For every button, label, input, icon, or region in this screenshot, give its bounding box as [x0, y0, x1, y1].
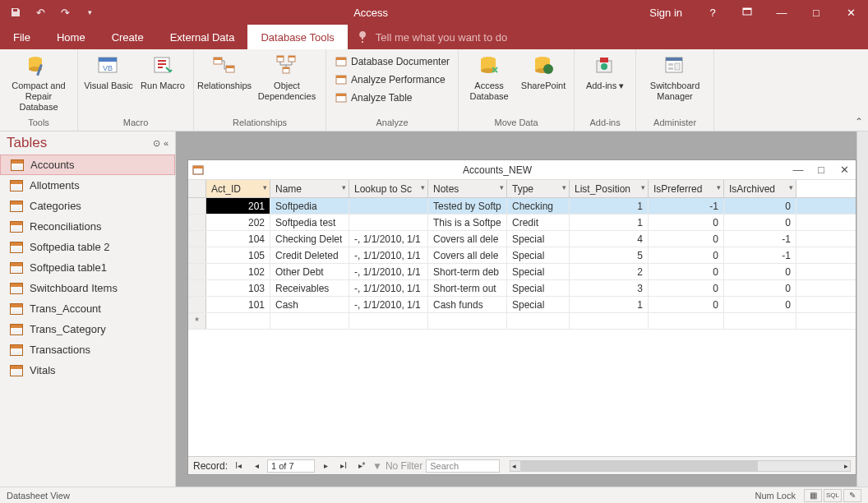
horizontal-scrollbar[interactable]: ◂▸	[510, 460, 851, 472]
db-documenter-button[interactable]: Database Documenter	[331, 53, 453, 71]
column-header[interactable]: Notes▾	[428, 180, 507, 197]
nav-item-softpedia-table1[interactable]: Softpedia table1	[0, 257, 175, 278]
cell[interactable]: -, 1/1/2010, 1/1	[349, 280, 428, 296]
nav-last-icon[interactable]: ▸I	[336, 459, 351, 473]
design-view-icon[interactable]: ✎	[843, 489, 861, 502]
column-dropdown-icon[interactable]: ▾	[342, 183, 346, 192]
addins-button[interactable]: Add-ins ▾	[579, 53, 630, 91]
nav-first-icon[interactable]: I◂	[231, 459, 246, 473]
cell[interactable]: This is a Softpe	[428, 215, 507, 230]
column-header[interactable]: Type▾	[507, 180, 570, 197]
new-row[interactable]: *	[188, 313, 856, 330]
column-header[interactable]: Act_ID▾	[206, 180, 270, 197]
cell[interactable]: Checking	[507, 198, 570, 214]
tab-create[interactable]: Create	[99, 25, 157, 49]
undo-icon[interactable]: ↶	[30, 2, 51, 23]
sql-view-icon[interactable]: SQL	[824, 489, 842, 502]
cell[interactable]: 0	[649, 247, 724, 263]
tab-external-data[interactable]: External Data	[157, 25, 248, 49]
row-selector[interactable]	[188, 231, 206, 247]
cell[interactable]: 0	[649, 297, 724, 312]
column-dropdown-icon[interactable]: ▾	[500, 183, 504, 192]
cell[interactable]: -1	[724, 247, 796, 263]
cell[interactable]: Special	[507, 247, 570, 263]
cell[interactable]	[349, 198, 428, 214]
nav-item-accounts[interactable]: Accounts	[0, 155, 175, 175]
cell[interactable]: Other Debt	[270, 264, 349, 279]
qat-dropdown-icon[interactable]: ▾	[79, 2, 100, 23]
cell[interactable]: -1	[649, 198, 724, 214]
column-dropdown-icon[interactable]: ▾	[562, 183, 566, 192]
table-row[interactable]: 202Softpedia testThis is a SoftpeCredit1…	[188, 215, 856, 231]
relationships-button[interactable]: Relationships	[199, 53, 250, 91]
cell[interactable]: 3	[570, 280, 649, 296]
analyze-table-button[interactable]: Analyze Table	[331, 89, 453, 107]
nav-prev-icon[interactable]: ◂	[249, 459, 264, 473]
switchboard-button[interactable]: Switchboard Manager	[641, 53, 709, 102]
tab-file[interactable]: File	[0, 25, 44, 49]
sub-minimize-icon[interactable]: —	[787, 164, 810, 176]
column-header[interactable]: Lookup to Sc▾	[349, 180, 428, 197]
nav-collapse-icon[interactable]: «	[164, 138, 169, 149]
row-selector[interactable]	[188, 247, 206, 263]
nav-item-transactions[interactable]: Transactions	[0, 339, 175, 360]
cell[interactable]: 202	[206, 215, 270, 230]
nav-item-vitals[interactable]: Vitals	[0, 360, 175, 381]
sharepoint-button[interactable]: SharePoint	[518, 53, 569, 91]
cell[interactable]: -1	[724, 231, 796, 247]
collapse-ribbon-icon[interactable]: ⌃	[855, 116, 863, 127]
row-selector[interactable]	[188, 297, 206, 312]
cell[interactable]: 0	[649, 231, 724, 247]
help-icon[interactable]: ?	[695, 0, 730, 25]
table-row[interactable]: 101Cash-, 1/1/2010, 1/1Cash fundsSpecial…	[188, 297, 856, 313]
cell[interactable]: Special	[507, 280, 570, 296]
tell-me-input[interactable]: Tell me what you want to do	[348, 25, 517, 49]
cell[interactable]: 0	[649, 264, 724, 279]
cell[interactable]: -, 1/1/2010, 1/1	[349, 297, 428, 312]
object-dependencies-button[interactable]: Object Dependencies	[253, 53, 321, 102]
cell[interactable]: Special	[507, 231, 570, 247]
record-counter[interactable]: 1 of 7	[267, 459, 315, 473]
cell[interactable]: 0	[724, 215, 796, 230]
table-row[interactable]: 104Checking Delet-, 1/1/2010, 1/1Covers …	[188, 231, 856, 247]
table-row[interactable]: 102Other Debt-, 1/1/2010, 1/1Short-term …	[188, 264, 856, 280]
row-selector[interactable]	[188, 198, 206, 214]
table-row[interactable]: 201SoftpediaTested by SoftpChecking1-10	[188, 198, 856, 215]
table-row[interactable]: 105Credit Deleted-, 1/1/2010, 1/1Covers …	[188, 247, 856, 264]
cell[interactable]: 0	[724, 297, 796, 312]
cell[interactable]: Special	[507, 297, 570, 312]
access-db-button[interactable]: Access Database	[464, 53, 515, 102]
search-input[interactable]: Search	[426, 459, 500, 473]
nav-next-icon[interactable]: ▸	[318, 459, 333, 473]
cell[interactable]: Short-term out	[428, 280, 507, 296]
nav-item-softpedia-table-2[interactable]: Softpedia table 2	[0, 237, 175, 257]
cell[interactable]: Softpedia test	[270, 215, 349, 230]
cell[interactable]: 4	[570, 231, 649, 247]
cell[interactable]: Cash	[270, 297, 349, 312]
nav-item-categories[interactable]: Categories	[0, 196, 175, 216]
tab-database-tools[interactable]: Database Tools	[247, 25, 347, 49]
cell[interactable]: Covers all dele	[428, 247, 507, 263]
cell[interactable]: Cash funds	[428, 297, 507, 312]
compact-repair-button[interactable]: Compact and Repair Database	[5, 53, 72, 113]
cell[interactable]: 104	[206, 231, 270, 247]
cell[interactable]: 0	[724, 264, 796, 279]
datasheet-view-icon[interactable]: ▦	[804, 489, 822, 502]
cell[interactable]: 0	[724, 198, 796, 214]
column-dropdown-icon[interactable]: ▾	[789, 183, 793, 192]
tab-home[interactable]: Home	[44, 25, 99, 49]
sub-maximize-icon[interactable]: □	[810, 164, 833, 176]
cell[interactable]: Tested by Softp	[428, 198, 507, 214]
nav-dropdown-icon[interactable]: ⊙	[153, 138, 160, 149]
cell[interactable]: Softpedia	[270, 198, 349, 214]
column-dropdown-icon[interactable]: ▾	[717, 183, 721, 192]
sub-close-icon[interactable]: ✕	[833, 164, 856, 176]
analyze-perf-button[interactable]: Analyze Performance	[331, 71, 453, 89]
table-row[interactable]: 103Receivables-, 1/1/2010, 1/1Short-term…	[188, 280, 856, 297]
cell[interactable]: 1	[570, 297, 649, 312]
cell[interactable]: 101	[206, 297, 270, 312]
cell[interactable]: 0	[724, 280, 796, 296]
cell[interactable]: 2	[570, 264, 649, 279]
nav-item-switchboard-items[interactable]: Switchboard Items	[0, 278, 175, 298]
close-icon[interactable]: ✕	[833, 0, 868, 25]
